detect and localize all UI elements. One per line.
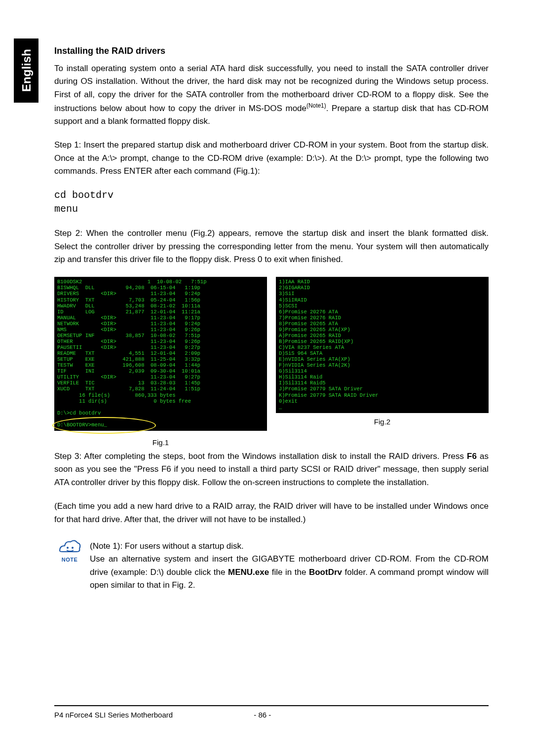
note-label: NOTE: [62, 556, 78, 564]
footer-page-number: - 86 -: [254, 709, 271, 720]
step3-paragraph: Step 3: After completing the steps, boot…: [54, 450, 489, 489]
each-time-paragraph: (Each time you add a new hard drive to a…: [54, 500, 489, 526]
page-footer: P4 nForce4 SLI Series Motherboard - 86 -: [54, 705, 489, 720]
fig1-caption: Fig.1: [152, 437, 169, 448]
note-text: (Note 1): For users without a startup di…: [90, 540, 489, 592]
bootdrv-folder: BootDrv: [309, 567, 342, 577]
command-block: cd bootdrv menu: [54, 189, 489, 216]
note-block: NOTE (Note 1): For users without a start…: [54, 540, 489, 592]
step2-paragraph: Step 2: When the controller menu (Fig.2)…: [54, 227, 489, 266]
figures-row: B100DSK2 1 10-08-02 7:51p BISWHQL DLL 94…: [54, 277, 489, 448]
fig1-column: B100DSK2 1 10-08-02 7:51p BISWHQL DLL 94…: [54, 277, 267, 448]
note-icon: NOTE: [54, 537, 85, 564]
fig1-terminal: B100DSK2 1 10-08-02 7:51p BISWHQL DLL 94…: [54, 277, 267, 431]
step1-paragraph: Step 1: Insert the prepared startup disk…: [54, 139, 489, 178]
svg-point-0: [67, 547, 69, 549]
command-line: cd bootdrv: [54, 189, 489, 202]
note-ref: (Note1): [306, 102, 326, 109]
f6-key: F6: [467, 452, 477, 461]
footer-product: P4 nForce4 SLI Series Motherboard: [54, 711, 173, 719]
language-tab: English: [14, 38, 38, 103]
command-line: menu: [54, 202, 489, 216]
intro-paragraph: To install operating system onto a seria…: [54, 62, 489, 128]
page: English Installing the RAID drivers To i…: [0, 0, 533, 756]
footer-line: P4 nForce4 SLI Series Motherboard - 86 -: [54, 709, 489, 720]
fig2-caption: Fig.2: [374, 416, 390, 427]
fig2-column: 1)IAA RAID 2)GIGARAID 3)SiI 4)SiIRAID 5)…: [276, 277, 489, 448]
section-title: Installing the RAID drivers: [54, 44, 489, 58]
menu-exe: MENU.exe: [228, 567, 269, 577]
footer-rule: [54, 705, 489, 706]
language-tab-label: English: [17, 49, 35, 92]
fig2-terminal: 1)IAA RAID 2)GIGARAID 3)SiI 4)SiIRAID 5)…: [276, 277, 489, 413]
svg-point-1: [72, 547, 74, 549]
